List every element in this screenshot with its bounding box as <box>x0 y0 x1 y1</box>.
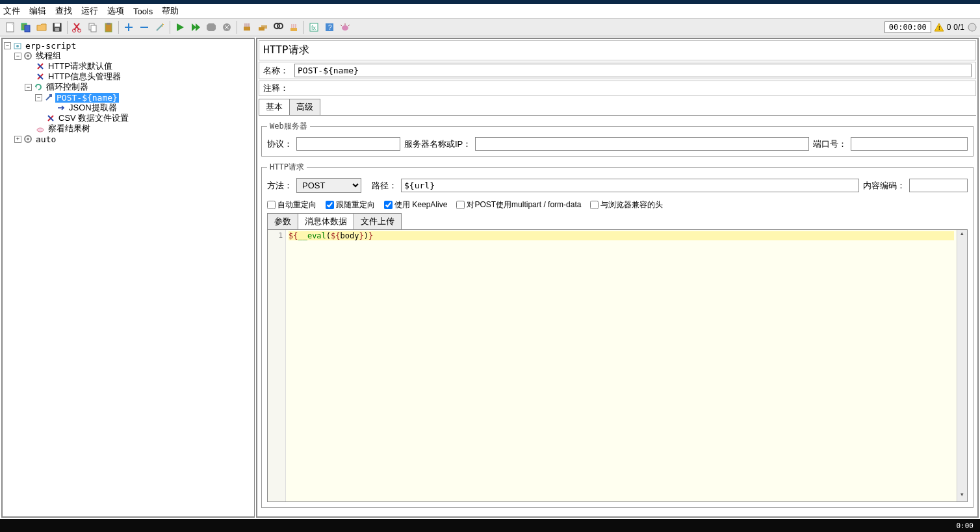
svg-point-23 <box>342 25 348 31</box>
auto-redirect-checkbox[interactable] <box>267 201 276 209</box>
panel-title: HTTP请求 <box>259 40 976 60</box>
toolbar: fx ? 00:00:00 ! 0 0/1 <box>0 18 980 36</box>
keepalive-label: 使用 KeepAlive <box>394 199 447 210</box>
menu-bar: 文件 编辑 查找 运行 选项 Tools 帮助 <box>0 4 980 18</box>
svg-point-27 <box>16 45 19 47</box>
run-remote-icon[interactable] <box>188 19 203 35</box>
menu-help[interactable]: 帮助 <box>162 5 179 17</box>
wand-icon[interactable] <box>152 19 168 35</box>
port-input[interactable] <box>851 137 968 151</box>
svg-rect-18 <box>290 28 297 31</box>
browser-headers-checkbox[interactable] <box>590 201 599 209</box>
menu-options[interactable]: 选项 <box>107 5 124 17</box>
tree-toggle[interactable]: − <box>35 94 42 101</box>
editor-vertical-scrollbar[interactable]: ▴ ▾ <box>957 230 967 501</box>
name-input[interactable] <box>294 64 972 77</box>
tree-item-auto[interactable]: auto <box>34 134 57 144</box>
clear-icon[interactable] <box>239 19 255 35</box>
tree-toggle[interactable]: − <box>25 84 32 91</box>
svg-text:fx: fx <box>311 25 316 31</box>
svg-rect-9 <box>91 25 96 32</box>
server-input[interactable] <box>475 137 809 151</box>
sub-tab-body[interactable]: 消息体数据 <box>298 213 354 229</box>
svg-rect-13 <box>244 27 250 31</box>
tree-toggle[interactable]: + <box>14 136 21 143</box>
protocol-input[interactable] <box>296 137 400 151</box>
path-input[interactable] <box>401 179 859 192</box>
tab-basic[interactable]: 基本 <box>259 99 290 115</box>
open-icon[interactable] <box>34 19 49 35</box>
run-status: ! 0 0/1 <box>934 22 977 32</box>
svg-rect-11 <box>107 23 110 25</box>
test-plan-tree[interactable]: −erp-script −线程组 HTTP请求默认值 HTTP信息头管理器 −循… <box>1 38 255 518</box>
thread-group-icon <box>23 51 33 61</box>
svg-rect-30 <box>49 94 52 97</box>
multipart-label: 对POST使用multipart / form-data <box>467 199 581 210</box>
testplan-icon <box>12 40 23 51</box>
multipart-checkbox[interactable] <box>456 201 465 209</box>
search-icon[interactable] <box>270 19 286 35</box>
thread-ratio: 0/1 <box>953 23 964 32</box>
svg-rect-5 <box>55 28 59 31</box>
webserver-legend: Web服务器 <box>267 121 310 132</box>
menu-find[interactable]: 查找 <box>55 5 72 17</box>
add-icon[interactable] <box>121 19 136 35</box>
encoding-input[interactable] <box>909 179 968 192</box>
tree-toggle[interactable]: − <box>14 53 21 60</box>
tree-item-selected[interactable]: POST-${name} <box>55 93 119 103</box>
menu-run[interactable]: 运行 <box>81 5 98 17</box>
scroll-down-icon[interactable]: ▾ <box>957 491 967 501</box>
tree-item-view-results[interactable]: 察看结果树 <box>47 123 92 134</box>
tree-item-loop-controller[interactable]: 循环控制器 <box>45 81 90 93</box>
help-icon[interactable]: ? <box>322 19 337 35</box>
new-icon[interactable] <box>3 19 18 35</box>
scroll-up-icon[interactable]: ▴ <box>957 230 967 240</box>
browser-headers-label: 与浏览器兼容的头 <box>600 199 663 210</box>
shutdown-icon[interactable] <box>219 19 235 35</box>
status-indicator-icon <box>967 22 977 32</box>
function-helper-icon[interactable]: fx <box>306 19 322 35</box>
reset-search-icon[interactable] <box>286 19 302 35</box>
path-label: 路径： <box>372 180 397 192</box>
config-icon <box>35 71 45 82</box>
clear-all-icon[interactable] <box>255 19 270 35</box>
method-select[interactable]: POST <box>296 178 361 193</box>
config-tabs: 基本 高级 <box>259 99 976 116</box>
keepalive-checkbox[interactable] <box>384 201 393 209</box>
encoding-label: 内容编码： <box>863 180 905 192</box>
copy-icon[interactable] <box>85 19 101 35</box>
cut-icon[interactable] <box>70 19 85 35</box>
run-icon[interactable] <box>172 19 188 35</box>
follow-redirect-label: 跟随重定向 <box>336 199 375 210</box>
warn-count: 0 <box>947 23 951 32</box>
extractor-icon <box>56 103 66 113</box>
menu-edit[interactable]: 编辑 <box>29 5 46 17</box>
remove-icon[interactable] <box>136 19 152 35</box>
debug-icon[interactable] <box>337 19 353 35</box>
editor-gutter: 1 <box>268 230 286 501</box>
save-icon[interactable] <box>49 19 65 35</box>
stop-icon[interactable] <box>203 19 219 35</box>
tree-item-root[interactable]: erp-script <box>24 41 77 51</box>
protocol-label: 协议： <box>267 138 292 150</box>
sub-tab-params[interactable]: 参数 <box>267 213 298 229</box>
svg-point-33 <box>27 138 29 140</box>
svg-text:?: ? <box>328 24 332 31</box>
timer-display: 00:00:00 <box>884 21 931 33</box>
body-editor[interactable]: 1 ${__eval(${body})} ▴ ▾ <box>267 229 968 502</box>
menu-file[interactable]: 文件 <box>3 5 20 17</box>
config-icon <box>45 113 56 123</box>
menu-tools[interactable]: Tools <box>133 6 153 16</box>
paste-icon[interactable] <box>101 19 116 35</box>
tree-toggle[interactable]: − <box>4 42 11 49</box>
comment-value[interactable] <box>294 87 972 90</box>
editor-code[interactable]: ${__eval(${body})} <box>286 230 957 501</box>
templates-icon[interactable] <box>18 19 34 35</box>
loop-controller-icon <box>33 82 44 92</box>
follow-redirect-checkbox[interactable] <box>326 201 334 209</box>
port-label: 端口号： <box>813 138 847 150</box>
sub-tab-upload[interactable]: 文件上传 <box>354 213 402 229</box>
http-request-fieldset: HTTP请求 方法： POST 路径： 内容编码： 自动重定向 跟随重定向 使用… <box>261 162 974 508</box>
editor-panel: HTTP请求 名称： 注释： 基本 高级 Web服务器 协议： 服务器名称或IP… <box>256 38 979 518</box>
tab-advanced[interactable]: 高级 <box>289 99 320 115</box>
